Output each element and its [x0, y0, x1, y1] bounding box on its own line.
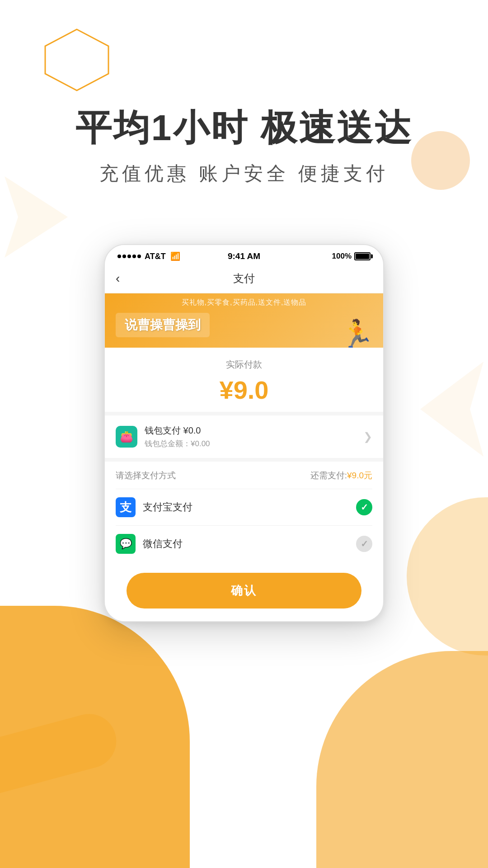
status-left: AT&T 📶 [117, 251, 180, 261]
check-mark-wechat: ✓ [361, 538, 368, 549]
carrier-label: AT&T [145, 252, 166, 261]
payment-method-section: 请选择支付方式 还需支付:¥9.0元 支 支付宝支付 ✓ 💬 微信支付 [105, 462, 383, 621]
status-right: 100% [332, 252, 371, 261]
signal-dots [117, 255, 141, 258]
payment-label: 实际付款 [105, 359, 383, 371]
payment-section: 实际付款 ¥9.0 [105, 348, 383, 415]
hero-section: 平均1小时 极速送达 充值优惠 账户安全 便捷支付 [0, 104, 488, 186]
wechat-check-unselected: ✓ [356, 536, 372, 552]
method-header-right: 还需支付:¥9.0元 [310, 470, 372, 481]
check-mark-alipay: ✓ [361, 502, 368, 513]
method-header-left: 请选择支付方式 [116, 470, 176, 481]
bg-circle-mid-right [407, 497, 488, 656]
method-item-alipay[interactable]: 支 支付宝支付 ✓ [116, 489, 372, 525]
wallet-balance: 钱包总金额：¥0.00 [145, 439, 356, 449]
wallet-icon: 👛 [116, 426, 137, 448]
phone-frame: AT&T 📶 9:41 AM 100% ‹ 支付 买礼物,买零食,买药品,送文件… [104, 244, 384, 622]
wallet-info: 钱包支付 ¥0.0 钱包总金额：¥0.00 [145, 425, 356, 449]
alipay-icon: 支 [116, 497, 136, 517]
wallet-icon-inner: 👛 [120, 430, 133, 443]
bg-arrow-right [411, 353, 488, 466]
payment-amount: ¥9.0 [105, 375, 383, 405]
bg-hexagon [41, 27, 113, 93]
status-time: 9:41 AM [228, 251, 260, 261]
wechat-icon: 💬 [116, 534, 136, 554]
wifi-icon: 📶 [170, 251, 180, 261]
nav-bar: ‹ 支付 [105, 266, 383, 293]
hero-title: 平均1小时 极速送达 [0, 104, 488, 153]
alipay-label: 支付宝支付 [143, 500, 349, 514]
status-bar: AT&T 📶 9:41 AM 100% [105, 245, 383, 266]
wallet-title: 钱包支付 ¥0.0 [145, 425, 356, 437]
banner-top-text: 买礼物,买零食,买药品,送文件,送物品 [105, 298, 383, 307]
banner-rider: 🏃 [340, 321, 374, 348]
phone-wrapper: AT&T 📶 9:41 AM 100% ‹ 支付 买礼物,买零食,买药品,送文件… [104, 244, 384, 622]
wechat-icon-inner: 💬 [120, 538, 132, 550]
hero-subtitle: 充值优惠 账户安全 便捷支付 [0, 161, 488, 186]
bottom-watermark: Whi [221, 816, 267, 841]
nav-title: 支付 [233, 271, 255, 286]
confirm-button[interactable]: 确认 [127, 573, 361, 609]
svg-marker-0 [45, 29, 108, 90]
banner: 买礼物,买零食,买药品,送文件,送物品 说曹操曹操到 🏃 [105, 293, 383, 348]
alipay-icon-inner: 支 [120, 500, 131, 515]
method-header: 请选择支付方式 还需支付:¥9.0元 [116, 470, 372, 481]
svg-marker-2 [420, 362, 483, 457]
method-item-wechat[interactable]: 💬 微信支付 ✓ [116, 525, 372, 562]
battery-percent: 100% [332, 252, 352, 261]
banner-main-text: 说曹操曹操到 [116, 313, 210, 337]
wallet-chevron: ❯ [363, 430, 372, 443]
bg-shape-bottom-right [316, 651, 488, 868]
back-button[interactable]: ‹ [116, 271, 120, 286]
battery-icon [354, 252, 371, 260]
wallet-section: 👛 钱包支付 ¥0.0 钱包总金额：¥0.00 ❯ [105, 415, 383, 462]
svg-marker-1 [5, 176, 68, 258]
wechat-label: 微信支付 [143, 537, 349, 551]
alipay-check-selected: ✓ [356, 499, 372, 515]
